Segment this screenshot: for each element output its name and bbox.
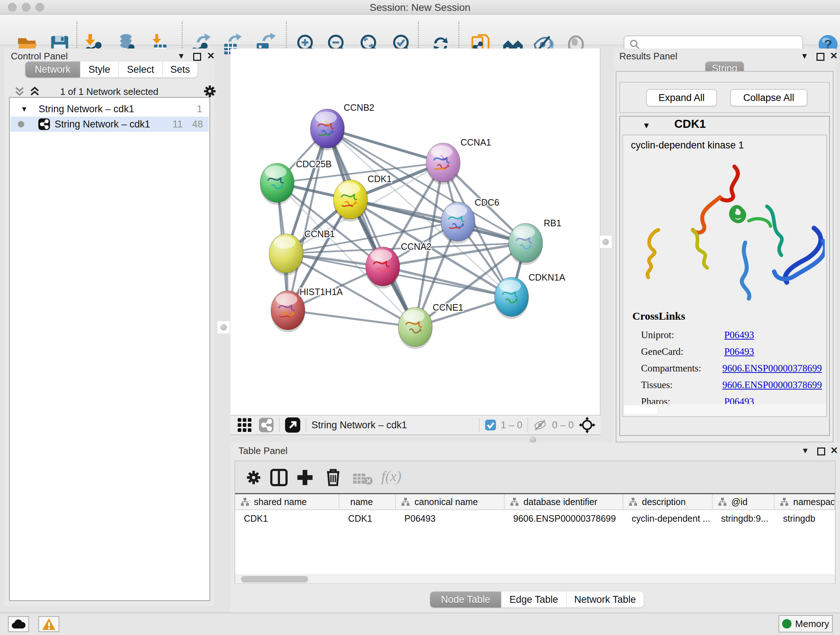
- column-header-canonical-name[interactable]: canonical name: [396, 494, 505, 509]
- gene-collapse-triangle-icon[interactable]: ▼: [643, 121, 651, 130]
- network-options-gear-icon[interactable]: [202, 84, 217, 98]
- results-panel-close-icon[interactable]: ✕: [830, 50, 838, 62]
- detail-scrollbar-thumb[interactable]: [624, 405, 658, 415]
- column-header-name[interactable]: name: [339, 494, 395, 509]
- selected-checkbox-icon[interactable]: [485, 419, 496, 431]
- network-row-selected[interactable]: String Network – cdk1 11 48: [11, 117, 209, 132]
- network-node-CCNB1[interactable]: [269, 234, 303, 276]
- network-node-CDC6[interactable]: [441, 202, 475, 244]
- cloud-status-button[interactable]: [8, 616, 29, 632]
- crosslink-value-link[interactable]: P06493: [724, 346, 754, 357]
- crosslink-row: GeneCard:P06493: [641, 343, 822, 360]
- network-node-CCNE1[interactable]: [398, 307, 432, 349]
- table-header-row: shared namenamecanonical namedatabase id…: [235, 494, 835, 510]
- network-node-CDKN1A[interactable]: [494, 277, 529, 319]
- table-panel-maximize-icon[interactable]: [817, 448, 825, 455]
- table-cell: cyclin-dependent ...: [623, 511, 712, 526]
- network-node-CDK1[interactable]: [333, 180, 368, 222]
- column-header-description[interactable]: description: [623, 494, 713, 509]
- node-table: shared namenamecanonical namedatabase id…: [235, 493, 835, 583]
- control-panel-close-icon[interactable]: ✕: [207, 50, 215, 62]
- network-selection-status: 1 of 1 Network selected: [4, 86, 214, 97]
- detail-scrollbar-track[interactable]: [623, 404, 826, 416]
- control-panel-float-icon[interactable]: ▼: [177, 51, 185, 61]
- network-collection-row[interactable]: ▼ String Network – cdk1 1: [11, 101, 209, 117]
- network-edge: [288, 310, 415, 327]
- table-hscrollbar-thumb[interactable]: [241, 576, 308, 583]
- column-header-shared-name[interactable]: shared name: [235, 494, 339, 509]
- expand-all-button[interactable]: Expand All: [646, 89, 717, 106]
- network-node-CCNB2[interactable]: [310, 109, 344, 150]
- network-overview-share-icon[interactable]: [259, 417, 274, 432]
- network-view-canvas[interactable]: CCNB2CCNA1CDC25BCDK1CDC6RB1CCNB1CCNA2CDK…: [231, 49, 600, 415]
- protein-structure-image: [626, 159, 825, 304]
- table-panel-close-icon[interactable]: ✕: [830, 445, 838, 456]
- hidden-eye-icon[interactable]: [533, 419, 548, 431]
- table-type-tabs: Node Table Edge Table Network Table: [430, 592, 644, 608]
- right-splitter-handle[interactable]: [599, 235, 612, 249]
- delete-table-icon[interactable]: [353, 472, 373, 485]
- table-panel-title: Table Panel: [238, 445, 287, 456]
- memory-button[interactable]: Memory: [778, 615, 833, 632]
- birds-eye-view-grid-icon[interactable]: [237, 417, 252, 432]
- shared-column-icon: [401, 497, 410, 507]
- table-cell: CDK1: [235, 511, 339, 526]
- tab-node-table[interactable]: Node Table: [430, 592, 501, 608]
- tab-network-table[interactable]: Network Table: [567, 592, 644, 608]
- warnings-button[interactable]: [38, 616, 59, 632]
- gene-detail-box: cyclin-dependent kinase 1: [622, 135, 827, 417]
- crosslink-row: Compartments:9606.ENSP00000378699: [641, 360, 822, 377]
- results-panel-float-icon[interactable]: ▼: [801, 51, 808, 61]
- main-toolbar: ?: [0, 15, 840, 45]
- node-label-CDC25B: CDC25B: [296, 159, 332, 169]
- tab-edge-table[interactable]: Edge Table: [501, 592, 567, 608]
- crosslink-row: Tissues:9606.ENSP00000378699: [641, 377, 822, 393]
- node-label-RB1: RB1: [544, 218, 561, 228]
- tab-select[interactable]: Select: [118, 62, 163, 78]
- window-title: Session: New Session: [0, 2, 840, 13]
- gene-description: cyclin-dependent kinase 1: [631, 140, 744, 151]
- crosslink-label: Tissues:: [641, 379, 722, 391]
- string-network-graph[interactable]: CCNB2CCNA1CDC25BCDK1CDC6RB1CCNB1CCNA2CDK…: [231, 49, 600, 415]
- collapse-all-button[interactable]: Collapse All: [730, 89, 807, 106]
- crosslink-value-link[interactable]: 9606.ENSP00000378699: [722, 379, 822, 391]
- tab-network[interactable]: Network: [25, 62, 80, 78]
- netbar-separator: [479, 418, 480, 432]
- pan-crosshair-icon[interactable]: [579, 417, 595, 433]
- control-panel: Control Panel ▼ ✕ Network Style Select S…: [4, 49, 214, 606]
- network-node-CCNA1[interactable]: [426, 143, 460, 185]
- delete-column-trash-icon[interactable]: [324, 468, 342, 486]
- network-node-HIST1H1A[interactable]: [271, 291, 305, 333]
- shared-column-icon: [240, 497, 249, 507]
- table-row[interactable]: CDK1CDK1P064939606.ENSP00000378699cyclin…: [235, 511, 835, 526]
- table-hscrollbar-track[interactable]: [235, 575, 835, 583]
- left-splitter-handle[interactable]: [217, 321, 230, 334]
- table-container: f(x) shared namenamecanonical namedataba…: [234, 461, 836, 584]
- hidden-count: 0 – 0: [552, 420, 574, 431]
- table-cell: P06493: [396, 511, 505, 526]
- table-panel-float-icon[interactable]: ▼: [801, 446, 809, 455]
- open-in-window-icon[interactable]: [285, 417, 301, 433]
- table-gear-icon[interactable]: [245, 469, 262, 486]
- function-builder-icon[interactable]: f(x): [381, 468, 401, 485]
- tab-style[interactable]: Style: [80, 62, 118, 78]
- crosslink-value-link[interactable]: 9606.ENSP00000378699: [722, 363, 822, 374]
- column-header-namespace[interactable]: namespace: [775, 494, 835, 509]
- column-header--id[interactable]: @id: [713, 494, 775, 509]
- tab-sets[interactable]: Sets: [163, 62, 197, 78]
- results-panel-maximize-icon[interactable]: [816, 53, 824, 61]
- network-node-RB1[interactable]: [508, 223, 543, 265]
- crosslink-value-link[interactable]: P06493: [724, 329, 754, 340]
- string-network-icon: [38, 118, 50, 130]
- network-edge: [288, 128, 327, 310]
- column-header-database-identifier[interactable]: database identifier: [505, 494, 623, 509]
- collection-expand-triangle-icon[interactable]: ▼: [21, 105, 28, 113]
- control-panel-maximize-icon[interactable]: [193, 53, 201, 61]
- show-columns-icon[interactable]: [270, 469, 288, 486]
- create-column-plus-icon[interactable]: [296, 469, 314, 486]
- network-node-CCNA2[interactable]: [366, 247, 400, 288]
- cloud-icon: [11, 619, 26, 629]
- warning-icon: [42, 618, 56, 631]
- network-node-CDC25B[interactable]: [260, 163, 294, 205]
- table-cell: stringdb: [775, 511, 835, 526]
